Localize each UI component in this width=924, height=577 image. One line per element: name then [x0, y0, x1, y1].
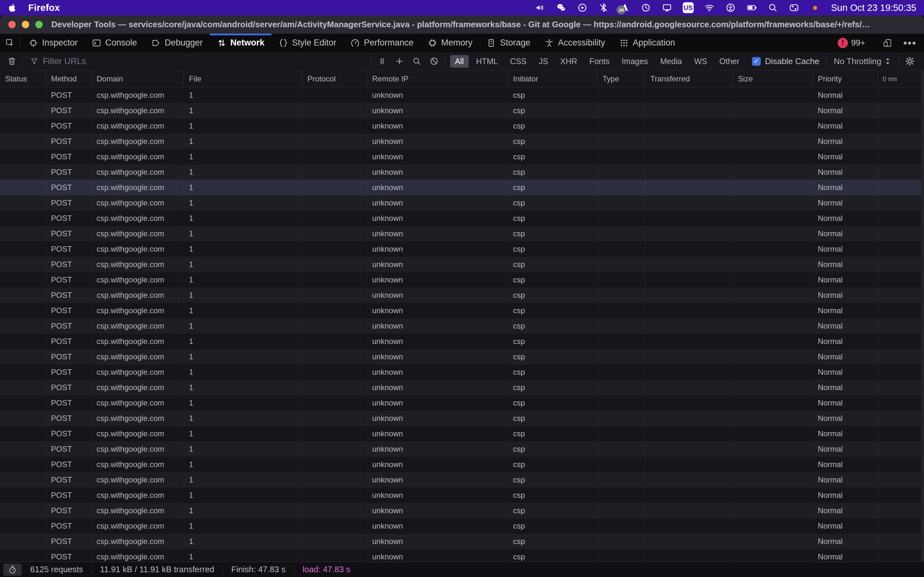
vertical-scrollbar[interactable]	[921, 71, 924, 562]
column-header-size[interactable]: Size	[733, 71, 813, 87]
cell-method: POST	[46, 364, 91, 380]
column-header-file[interactable]: File	[184, 71, 302, 87]
active-app-name[interactable]: Firefox	[28, 3, 60, 13]
devtools-tab-style-editor[interactable]: Style Editor	[271, 34, 343, 52]
table-row[interactable]: POSTcsp.withgoogle.com1unknowncspNormal	[0, 488, 924, 503]
table-row[interactable]: POSTcsp.withgoogle.com1unknowncspNormal	[0, 318, 924, 334]
disable-cache-toggle[interactable]: ✓ Disable Cache	[752, 56, 819, 66]
table-row[interactable]: POSTcsp.withgoogle.com1unknowncspNormal	[0, 334, 924, 349]
minimize-window-button[interactable]	[22, 21, 29, 28]
table-row[interactable]: POSTcsp.withgoogle.com1unknowncspNormal	[0, 211, 924, 226]
wechat-icon[interactable]	[556, 2, 567, 13]
cell-file: 1	[184, 364, 302, 380]
table-row[interactable]: POSTcsp.withgoogle.com1unknowncspNormal	[0, 457, 924, 472]
close-window-button[interactable]	[8, 21, 16, 28]
table-row[interactable]: POSTcsp.withgoogle.com1unknowncspNormal	[0, 149, 924, 164]
cell-priority: Normal	[813, 426, 877, 442]
table-row[interactable]: POSTcsp.withgoogle.com1unknowncspNormal	[0, 87, 924, 103]
table-row[interactable]: POSTcsp.withgoogle.com1unknowncspNormal	[0, 180, 924, 195]
column-header-type[interactable]: Type	[598, 71, 645, 87]
table-row[interactable]: POSTcsp.withgoogle.com1unknowncspNormal	[0, 195, 924, 211]
table-row[interactable]: POSTcsp.withgoogle.com1unknowncspNormal	[0, 549, 924, 562]
filter-pill-media[interactable]: Media	[656, 55, 687, 68]
zoom-window-button[interactable]	[35, 21, 43, 28]
table-row[interactable]: POSTcsp.withgoogle.com1unknowncspNormal	[0, 303, 924, 318]
badge-80-icon[interactable]: .80	[619, 2, 630, 13]
devtools-tab-network[interactable]: Network	[210, 34, 272, 52]
time-machine-icon[interactable]	[640, 2, 651, 13]
filter-pill-images[interactable]: Images	[617, 55, 653, 68]
table-row[interactable]: POSTcsp.withgoogle.com1unknowncspNormal	[0, 380, 924, 395]
devtools-tab-inspector[interactable]: Inspector	[21, 34, 85, 52]
column-header-timeline[interactable]: 0 ms	[877, 71, 924, 87]
filter-pill-ws[interactable]: WS	[690, 55, 712, 68]
filter-pill-css[interactable]: CSS	[505, 55, 531, 68]
filter-pill-js[interactable]: JS	[534, 55, 553, 68]
network-settings-gear-button[interactable]	[901, 56, 919, 66]
wifi-icon[interactable]	[704, 2, 715, 13]
table-row[interactable]: POSTcsp.withgoogle.com1unknowncspNormal	[0, 426, 924, 442]
devtools-tab-performance[interactable]: Performance	[343, 34, 421, 52]
keyboard-us-icon[interactable]: US	[683, 2, 694, 13]
table-row[interactable]: POSTcsp.withgoogle.com1unknowncspNormal	[0, 411, 924, 426]
table-row[interactable]: POSTcsp.withgoogle.com1unknowncspNormal	[0, 257, 924, 272]
column-header-protocol[interactable]: Protocol	[302, 71, 367, 87]
display-icon[interactable]	[662, 2, 672, 13]
filter-pill-fonts[interactable]: Fonts	[585, 55, 614, 68]
column-header-priority[interactable]: Priority	[813, 71, 877, 87]
add-request-button[interactable]	[391, 56, 408, 66]
accessibility-icon[interactable]	[725, 2, 736, 13]
column-header-remote_ip[interactable]: Remote IP	[367, 71, 508, 87]
filter-pill-html[interactable]: HTML	[471, 55, 503, 68]
table-row[interactable]: POSTcsp.withgoogle.com1unknowncspNormal	[0, 518, 924, 534]
block-requests-button[interactable]	[425, 56, 443, 66]
filter-pill-other[interactable]: Other	[714, 55, 744, 68]
table-row[interactable]: POSTcsp.withgoogle.com1unknowncspNormal	[0, 349, 924, 364]
devtools-tab-accessibility[interactable]: Accessibility	[537, 34, 612, 52]
search-requests-button[interactable]	[408, 56, 425, 66]
devtools-tab-memory[interactable]: Memory	[421, 34, 480, 52]
menu-bar-clock[interactable]: Sun Oct 23 19:50:35	[831, 3, 916, 13]
table-row[interactable]: POSTcsp.withgoogle.com1unknowncspNormal	[0, 134, 924, 149]
devtools-tab-console[interactable]: Console	[85, 34, 144, 52]
table-row[interactable]: POSTcsp.withgoogle.com1unknowncspNormal	[0, 226, 924, 242]
battery-icon[interactable]	[746, 2, 757, 13]
spotlight-icon[interactable]	[767, 2, 779, 13]
filter-pill-all[interactable]: All	[450, 55, 469, 68]
table-row[interactable]: POSTcsp.withgoogle.com1unknowncspNormal	[0, 103, 924, 118]
table-row[interactable]: POSTcsp.withgoogle.com1unknowncspNormal	[0, 164, 924, 180]
table-row[interactable]: POSTcsp.withgoogle.com1unknowncspNormal	[0, 272, 924, 287]
table-row[interactable]: POSTcsp.withgoogle.com1unknowncspNormal	[0, 118, 924, 134]
apple-menu-icon[interactable]	[8, 3, 17, 13]
devtools-tab-application[interactable]: Application	[612, 34, 682, 52]
control-center-icon[interactable]	[788, 2, 800, 13]
table-row[interactable]: POSTcsp.withgoogle.com1unknowncspNormal	[0, 442, 924, 457]
error-count-badge[interactable]: ! 99+	[838, 38, 865, 48]
clear-requests-button[interactable]	[3, 56, 21, 66]
table-row[interactable]: POSTcsp.withgoogle.com1unknowncspNormal	[0, 242, 924, 257]
column-header-transferred[interactable]: Transferred	[645, 71, 733, 87]
filter-urls-input[interactable]	[43, 56, 369, 66]
table-row[interactable]: POSTcsp.withgoogle.com1unknowncspNormal	[0, 503, 924, 518]
column-header-method[interactable]: Method	[46, 71, 91, 87]
recording-dot-icon[interactable]	[810, 2, 821, 13]
responsive-design-mode-button[interactable]	[880, 38, 895, 48]
pick-element-button[interactable]	[0, 34, 20, 52]
play-icon[interactable]	[577, 2, 588, 13]
table-row[interactable]: POSTcsp.withgoogle.com1unknowncspNormal	[0, 395, 924, 411]
throttling-dropdown[interactable]: No Throttling	[834, 56, 891, 66]
column-header-initiator[interactable]: Initiator	[508, 71, 598, 87]
table-row[interactable]: POSTcsp.withgoogle.com1unknowncspNormal	[0, 472, 924, 488]
volume-icon[interactable]	[535, 2, 545, 13]
table-row[interactable]: POSTcsp.withgoogle.com1unknowncspNormal	[0, 364, 924, 380]
column-header-domain[interactable]: Domain	[91, 71, 184, 87]
table-row[interactable]: POSTcsp.withgoogle.com1unknowncspNormal	[0, 287, 924, 303]
bluetooth-off-icon[interactable]	[598, 2, 609, 13]
devtools-tab-storage[interactable]: Storage	[479, 34, 537, 52]
column-header-status[interactable]: Status	[0, 71, 46, 87]
devtools-tab-debugger[interactable]: Debugger	[144, 34, 210, 52]
timings-toggle-button[interactable]	[3, 564, 22, 576]
filter-pill-xhr[interactable]: XHR	[556, 55, 582, 68]
table-row[interactable]: POSTcsp.withgoogle.com1unknowncspNormal	[0, 534, 924, 549]
pause-traffic-button[interactable]	[373, 56, 391, 66]
